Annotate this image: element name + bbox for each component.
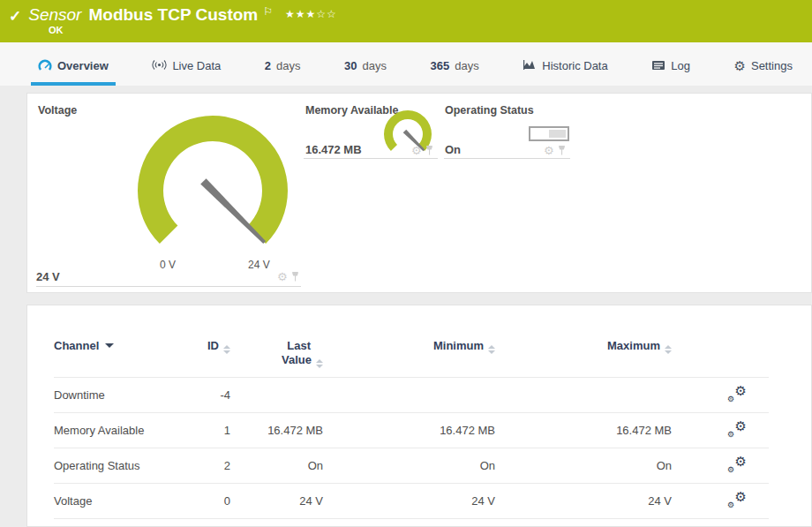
sort-icon: [316, 359, 323, 368]
tab-30-days[interactable]: 30 days: [337, 42, 394, 86]
pin-icon[interactable]: [291, 271, 299, 282]
header-label: Minimum: [433, 339, 484, 352]
status-check-icon: ✓: [9, 7, 21, 26]
tab-bar: Overview Live Data 2 days 30 days 365 da…: [0, 42, 812, 86]
cell-maximum: On: [495, 448, 672, 483]
sensor-title: Modbus TCP Custom: [88, 5, 258, 25]
header-label: Last: [287, 339, 311, 352]
cell-id: -4: [177, 377, 230, 412]
header-last-value[interactable]: Last Value: [230, 339, 323, 377]
tab-label: Historic Data: [542, 59, 607, 72]
tab-unit: days: [276, 59, 300, 72]
channel-settings-icon[interactable]: ⚙⚙: [727, 421, 747, 437]
sort-icon: [488, 345, 495, 354]
header-label: ID: [207, 339, 219, 352]
cell-maximum: 24 V: [495, 483, 672, 518]
channels-table-panel: Channel ID Last Value Minimum Maximum: [26, 305, 812, 527]
header-label: Value: [282, 353, 312, 366]
channel-settings-icon[interactable]: ⚙⚙: [727, 492, 747, 508]
tab-label: Log: [671, 59, 690, 72]
operating-status-toggle: [529, 126, 569, 141]
cell-minimum: On: [323, 448, 495, 483]
log-icon: [651, 59, 665, 72]
tab-log[interactable]: Log: [644, 42, 697, 86]
tab-365-days[interactable]: 365 days: [424, 42, 486, 86]
gear-icon[interactable]: ⚙: [544, 145, 554, 156]
tab-overview[interactable]: Overview: [31, 42, 116, 86]
tab-number: 365: [431, 59, 450, 72]
cell-channel: Voltage: [54, 483, 177, 518]
gear-icon: ⚙: [734, 59, 746, 72]
cell-id: 0: [177, 483, 230, 518]
cell-last-value: [230, 377, 323, 412]
sort-icon: [223, 345, 230, 354]
cell-channel: Memory Available: [54, 412, 177, 448]
cell-minimum: 24 V: [323, 483, 495, 518]
channels-table: Channel ID Last Value Minimum Maximum: [54, 339, 769, 519]
header-minimum[interactable]: Minimum: [323, 339, 495, 377]
toggle-knob: [549, 130, 566, 138]
tile-divider: [36, 286, 301, 287]
tab-label: Settings: [751, 59, 793, 72]
operating-tile-title: Operating Status: [445, 104, 534, 117]
cell-minimum: 16.472 MB: [323, 412, 495, 448]
gauge-icon: [38, 59, 52, 73]
header-label: Maximum: [607, 339, 660, 352]
tab-unit: days: [455, 59, 478, 72]
table-row[interactable]: Operating Status 2 On On On ⚙⚙: [54, 448, 769, 483]
live-data-icon: [152, 59, 167, 72]
gear-icon[interactable]: ⚙: [411, 145, 422, 156]
cell-id: 2: [177, 448, 230, 483]
status-badge: OK: [49, 25, 64, 35]
sensor-header: ✓ Sensor Modbus TCP Custom ⚐ ★★★☆☆ OK: [0, 0, 812, 42]
tab-number: 30: [344, 59, 357, 72]
tab-2-days[interactable]: 2 days: [258, 42, 308, 86]
cell-channel: Operating Status: [54, 448, 177, 483]
memory-value: 16.472 MB: [305, 143, 362, 156]
table-row[interactable]: Memory Available 1 16.472 MB 16.472 MB 1…: [54, 412, 769, 448]
voltage-tile-title: Voltage: [38, 104, 77, 117]
tab-label: Live Data: [172, 59, 221, 72]
header-maximum[interactable]: Maximum: [495, 339, 672, 377]
tab-number: 2: [265, 59, 271, 72]
header-label: Channel: [54, 339, 99, 352]
historic-chart-icon: [523, 59, 537, 72]
table-row[interactable]: Downtime -4 ⚙⚙: [54, 377, 769, 412]
voltage-gauge: [111, 98, 314, 275]
table-header-row: Channel ID Last Value Minimum Maximum: [54, 339, 769, 377]
header-channel[interactable]: Channel: [54, 339, 177, 377]
header-id[interactable]: ID: [177, 339, 230, 377]
priority-flag-icon[interactable]: ⚐: [263, 5, 273, 18]
tab-settings[interactable]: ⚙ Settings: [727, 42, 800, 86]
cell-maximum: 16.472 MB: [495, 412, 672, 448]
cell-last-value: On: [230, 448, 323, 483]
pin-icon[interactable]: [425, 145, 433, 156]
cell-last-value: 16.472 MB: [230, 412, 323, 448]
sort-desc-icon: [105, 343, 114, 348]
tab-unit: days: [363, 59, 387, 72]
operating-value: On: [445, 143, 461, 156]
pin-icon[interactable]: [558, 145, 566, 156]
operating-tile-icons: ⚙: [544, 145, 566, 156]
tab-historic-data[interactable]: Historic Data: [515, 42, 614, 86]
header-actions: [672, 339, 769, 377]
cell-id: 1: [177, 412, 230, 448]
tile-divider: [444, 158, 570, 159]
object-kind-label: Sensor: [28, 5, 81, 25]
cell-channel: Downtime: [54, 377, 177, 412]
cell-last-value: 24 V: [230, 483, 323, 518]
overview-gauges-panel: Voltage 0 V 24 V 24 V ⚙ Memory Available…: [26, 93, 812, 293]
gear-icon[interactable]: ⚙: [277, 271, 288, 282]
priority-stars[interactable]: ★★★☆☆: [285, 8, 337, 20]
cell-maximum: [495, 377, 672, 412]
voltage-value: 24 V: [36, 270, 60, 283]
voltage-scale-min: 0 V: [160, 259, 176, 271]
voltage-tile-icons: ⚙: [277, 271, 299, 282]
sort-icon: [665, 345, 672, 354]
tab-live-data[interactable]: Live Data: [145, 42, 228, 86]
cell-minimum: [323, 377, 495, 412]
channel-settings-icon[interactable]: ⚙⚙: [727, 386, 747, 402]
tile-divider: [304, 158, 438, 159]
table-row[interactable]: Voltage 0 24 V 24 V 24 V ⚙⚙: [54, 483, 769, 518]
channel-settings-icon[interactable]: ⚙⚙: [727, 456, 747, 472]
